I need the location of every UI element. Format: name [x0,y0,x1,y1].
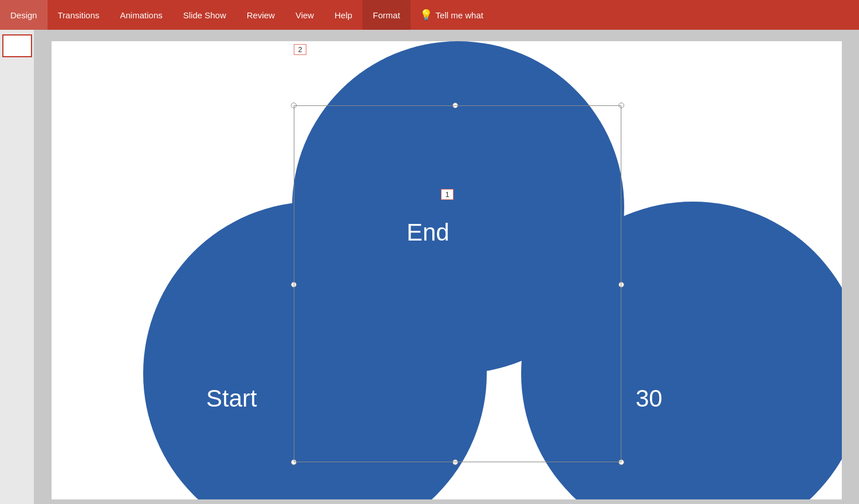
menu-format[interactable]: Format [362,0,411,30]
slide-canvas-area[interactable]: End Start 30 1 2 [34,30,859,504]
slide-thumb-inner [3,36,31,56]
menu-transitions[interactable]: Transitions [48,0,110,30]
main-area: End Start 30 1 2 [0,30,859,504]
slide-canvas: End Start 30 1 2 [52,41,842,499]
badge-2: 2 [294,44,306,55]
menubar: Design Transitions Animations Slide Show… [0,0,859,30]
slide-thumbnail-1[interactable] [2,34,32,57]
menu-help[interactable]: Help [324,0,362,30]
handle-tl[interactable] [291,103,297,108]
badge-1: 1 [441,189,454,200]
menu-review[interactable]: Review [237,0,285,30]
handle-tr[interactable] [618,103,624,108]
menu-view[interactable]: View [285,0,324,30]
menu-animations[interactable]: Animations [110,0,173,30]
tell-me-label: Tell me what [436,10,483,20]
menu-slideshow[interactable]: Slide Show [173,0,237,30]
tell-me-section[interactable]: 💡 Tell me what [411,0,492,30]
slide-panel [0,30,34,504]
menu-design[interactable]: Design [0,0,48,30]
lightbulb-icon: 💡 [420,9,432,21]
